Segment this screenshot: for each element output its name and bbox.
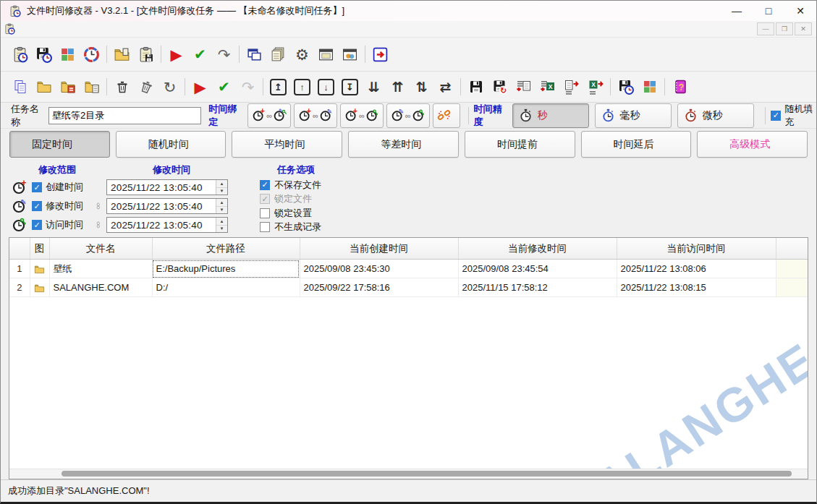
tab-random-time[interactable]: 随机时间	[116, 131, 227, 158]
maximize-button[interactable]: □	[753, 1, 784, 21]
settings-button[interactable]: ⚙	[290, 43, 314, 66]
refresh-list-button[interactable]: ↻	[158, 75, 182, 98]
tab-arithmetic-time[interactable]: 等差时间	[348, 131, 459, 158]
spinner[interactable]: ▲▼	[216, 199, 227, 213]
access-time-input[interactable]: 2025/11/22 13:05:40▲▼	[106, 217, 228, 233]
tab-time-delay[interactable]: 时间延后	[581, 131, 692, 158]
open-task-button[interactable]	[110, 43, 134, 66]
new-task-button[interactable]	[8, 43, 32, 66]
move-up-button[interactable]: ↑	[290, 75, 314, 98]
save-list-refresh-button[interactable]: ↻	[488, 75, 512, 98]
unbind-button[interactable]	[433, 103, 460, 128]
accessed-time-cell[interactable]: 2025/11/22 13:08:06	[617, 260, 776, 278]
move-bottom-button[interactable]: ↧	[338, 75, 362, 98]
mdi-restore-button[interactable]: ❐	[776, 22, 793, 35]
column-header-5[interactable]: 当前修改时间	[458, 238, 617, 260]
time-tool-button[interactable]	[80, 43, 103, 66]
add-folder-record-button[interactable]	[80, 75, 103, 98]
log-view-button[interactable]	[314, 43, 338, 66]
task-name-input[interactable]	[48, 107, 201, 124]
lock-file-checkbox[interactable]	[260, 194, 270, 204]
verify-button[interactable]: ✔	[188, 43, 212, 66]
create-time-checkbox[interactable]	[32, 182, 42, 192]
file-name-cell[interactable]: 壁纸	[49, 260, 152, 278]
import-text-button[interactable]	[512, 75, 536, 98]
paste-files-button[interactable]	[8, 75, 32, 98]
delete-item-button[interactable]	[110, 75, 134, 98]
move-top-button[interactable]: ↥	[266, 75, 290, 98]
tab-time-advance[interactable]: 时间提前	[465, 131, 575, 158]
skin-button[interactable]	[338, 43, 362, 66]
spinner[interactable]: ▲▼	[216, 180, 227, 195]
task-grid-button[interactable]	[56, 43, 80, 66]
help-button[interactable]: ?	[668, 75, 692, 98]
precision-microseconds-button[interactable]: 微秒	[677, 103, 754, 128]
bind-modify-access-button[interactable]: ✎∞	[386, 103, 430, 128]
file-path-cell[interactable]: E:/Backup/Pictures	[152, 260, 300, 278]
exit-button[interactable]	[368, 43, 392, 66]
close-button[interactable]: ✕	[784, 1, 816, 21]
run-task-button[interactable]: ▶	[188, 75, 212, 98]
spinner[interactable]: ▲▼	[216, 218, 227, 232]
accessed-time-cell[interactable]: 2025/11/22 13:08:15	[617, 278, 776, 297]
modify-time-checkbox[interactable]	[32, 201, 42, 211]
mdi-close-button[interactable]: ✕	[795, 22, 812, 35]
spin-down-icon[interactable]: ▼	[216, 188, 227, 195]
spin-down-icon[interactable]: ▼	[216, 207, 227, 214]
add-folder-button[interactable]	[32, 75, 56, 98]
precision-milliseconds-button[interactable]: 毫秒	[595, 103, 672, 128]
import-excel-button[interactable]: X	[536, 75, 559, 98]
save-list-button[interactable]	[464, 75, 488, 98]
swap-order-button[interactable]: ⇅	[410, 75, 433, 98]
column-header-4[interactable]: 当前创建时间	[300, 238, 458, 260]
verify-task-button[interactable]: ✔	[212, 75, 236, 98]
bind-create-modify-button[interactable]: +∞✎	[294, 103, 337, 128]
save-task-as-button[interactable]	[134, 43, 158, 66]
export-excel-button[interactable]: X	[583, 75, 607, 98]
clear-list-button[interactable]	[134, 75, 158, 98]
spin-up-icon[interactable]: ▲	[216, 180, 227, 188]
save-task-button[interactable]	[32, 43, 56, 66]
spin-up-icon[interactable]: ▲	[216, 199, 227, 207]
create-time-input[interactable]: 2025/11/22 13:05:40▲▼	[106, 179, 228, 195]
column-header-7[interactable]	[776, 238, 808, 260]
tab-fixed-time[interactable]: 固定时间	[9, 131, 110, 158]
no-save-file-checkbox[interactable]	[260, 180, 270, 190]
random-fill-checkbox[interactable]	[771, 111, 781, 121]
mdi-minimize-button[interactable]: —	[757, 22, 774, 35]
table-row[interactable]: 1壁纸E:/Backup/Pictures2025/09/08 23:45:30…	[9, 260, 808, 278]
export-text-button[interactable]	[559, 75, 583, 98]
bind-create-modify-access-button[interactable]: +∞✎	[247, 103, 291, 128]
precision-seconds-button[interactable]: 秒	[512, 103, 589, 128]
save-times-button[interactable]	[614, 75, 638, 98]
undo-task-button[interactable]: ↷	[236, 75, 260, 98]
undo-button[interactable]: ↷	[212, 43, 236, 66]
created-time-cell[interactable]: 2025/09/08 23:45:30	[300, 260, 458, 278]
column-header-1[interactable]: 图	[30, 238, 49, 260]
column-header-2[interactable]: 文件名	[49, 238, 152, 260]
sort-desc-button[interactable]: ⇊	[362, 75, 386, 98]
modified-time-cell[interactable]: 2025/11/15 17:58:12	[458, 278, 617, 297]
tab-average-time[interactable]: 平均时间	[232, 131, 342, 158]
scrollbar-thumb[interactable]	[62, 471, 792, 477]
shuffle-order-button[interactable]: ⇄	[433, 75, 457, 98]
created-time-cell[interactable]: 2025/09/22 17:58:16	[300, 278, 458, 297]
lock-settings-checkbox[interactable]	[260, 208, 270, 218]
no-record-checkbox[interactable]	[260, 222, 270, 232]
spin-down-icon[interactable]: ▼	[216, 226, 227, 233]
column-header-0[interactable]	[9, 238, 30, 260]
file-path-cell[interactable]: D:/	[152, 278, 300, 297]
move-down-button[interactable]: ↓	[314, 75, 338, 98]
minimize-button[interactable]: —	[721, 1, 753, 21]
modified-time-cell[interactable]: 2025/09/08 23:45:54	[458, 260, 617, 278]
file-name-cell[interactable]: SALANGHE.COM	[49, 278, 152, 297]
table-row[interactable]: 2SALANGHE.COMD:/2025/09/22 17:58:162025/…	[9, 278, 808, 297]
horizontal-scrollbar[interactable]	[9, 469, 808, 479]
grid-view-button[interactable]	[638, 75, 661, 98]
run-button[interactable]: ▶	[164, 43, 188, 66]
tab-advanced-mode[interactable]: 高级模式	[697, 131, 808, 158]
add-folder-with-files-button[interactable]	[56, 75, 80, 98]
task-list-button[interactable]	[266, 43, 290, 66]
column-header-6[interactable]: 当前访问时间	[617, 238, 776, 260]
sort-asc-button[interactable]: ⇈	[386, 75, 410, 98]
